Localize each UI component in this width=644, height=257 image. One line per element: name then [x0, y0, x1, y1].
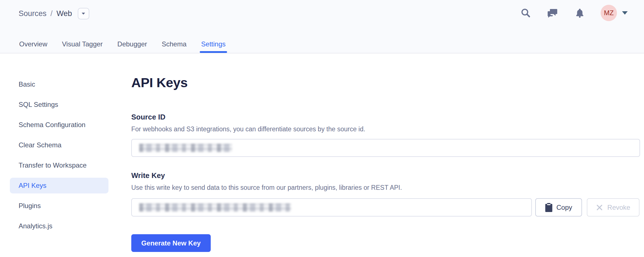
notifications-button[interactable]: [574, 7, 586, 19]
breadcrumb-current-source[interactable]: Web: [57, 9, 72, 18]
chat-button[interactable]: [547, 7, 559, 19]
clipboard-icon: [545, 203, 552, 212]
account-menu-button[interactable]: [621, 10, 629, 16]
source-id-redacted-value: [139, 144, 232, 152]
sidebar-item-schema-configuration[interactable]: Schema Configuration: [10, 117, 108, 133]
chevron-down-icon: [81, 12, 85, 15]
main-content: API Keys Source ID For webhooks and S3 i…: [131, 53, 644, 257]
source-switcher-button[interactable]: [78, 8, 89, 19]
breadcrumb-separator: /: [50, 9, 53, 18]
avatar[interactable]: MZ: [601, 5, 617, 21]
page-title: API Keys: [131, 75, 188, 90]
sidebar-item-plugins[interactable]: Plugins: [10, 198, 108, 214]
copy-button-label: Copy: [556, 204, 572, 211]
header: Sources / Web: [0, 0, 644, 53]
chat-icon: [548, 8, 558, 18]
sidebar-item-transfer-to-workspace[interactable]: Transfer to Workspace: [10, 157, 108, 173]
copy-button[interactable]: Copy: [535, 198, 582, 217]
source-id-description: For webhooks and S3 integrations, you ca…: [131, 125, 365, 133]
bell-icon: [575, 8, 585, 18]
write-key-redacted-value: [139, 203, 291, 212]
sidebar-item-analytics-js[interactable]: Analytics.js: [10, 218, 108, 234]
write-key-description: Use this write key to send data to this …: [131, 184, 402, 191]
tab-schema[interactable]: Schema: [162, 35, 186, 53]
tab-debugger[interactable]: Debugger: [117, 35, 147, 53]
tab-overview[interactable]: Overview: [19, 35, 47, 53]
search-button[interactable]: [519, 7, 532, 19]
write-key-input[interactable]: [131, 198, 532, 217]
tab-visual-tagger[interactable]: Visual Tagger: [62, 35, 103, 53]
generate-new-key-button[interactable]: Generate New Key: [131, 234, 211, 252]
revoke-button[interactable]: Revoke: [587, 198, 639, 217]
tab-bar: Overview Visual Tagger Debugger Schema S…: [19, 35, 226, 53]
x-icon: [596, 204, 603, 211]
avatar-initials: MZ: [604, 9, 614, 17]
caret-down-icon: [621, 11, 628, 15]
tab-settings[interactable]: Settings: [201, 35, 226, 53]
write-key-label: Write Key: [131, 171, 165, 180]
search-icon: [521, 8, 531, 18]
breadcrumb: Sources / Web: [19, 8, 89, 19]
source-id-label: Source ID: [131, 113, 165, 121]
breadcrumb-sources[interactable]: Sources: [19, 9, 46, 18]
revoke-button-label: Revoke: [607, 204, 630, 211]
sidebar-item-api-keys[interactable]: API Keys: [10, 178, 108, 193]
settings-sidebar: Basic SQL Settings Schema Configuration …: [0, 53, 131, 238]
sidebar-item-sql-settings[interactable]: SQL Settings: [10, 97, 108, 112]
sidebar-item-basic[interactable]: Basic: [10, 76, 108, 92]
sidebar-item-clear-schema[interactable]: Clear Schema: [10, 137, 108, 153]
source-id-input[interactable]: [131, 139, 640, 157]
